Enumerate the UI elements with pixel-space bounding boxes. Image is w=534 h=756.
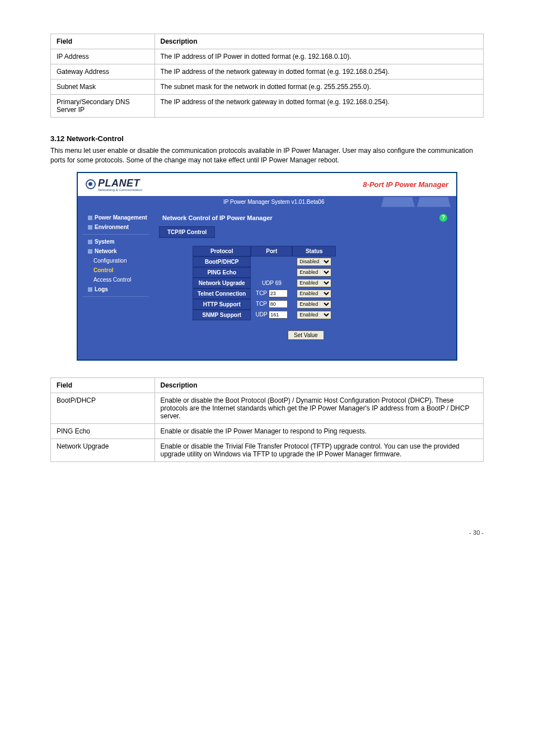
field-cell: Gateway Address: [51, 64, 155, 80]
protocol-http: HTTP Support: [193, 299, 251, 310]
status-select-snmp[interactable]: Enabled: [297, 311, 331, 319]
top-tabbar: IP Power Manager System v1.01.Beta06: [78, 196, 456, 208]
table-row: PING Echo Enabled: [193, 267, 336, 278]
col-protocol: Protocol: [193, 246, 251, 256]
panel-title: Network Control of IP Power Manager: [162, 214, 273, 221]
table2-header-field: Field: [51, 377, 155, 393]
status-select-upgrade[interactable]: Enabled: [297, 279, 331, 287]
sidebar-item-power-management[interactable]: Power Management: [78, 213, 153, 222]
bullet-icon: [88, 216, 92, 220]
table-row: Telnet Connection TCP Enabled: [193, 288, 336, 299]
field-description-table-1: Field Description IP Address The IP addr…: [50, 34, 484, 118]
bullet-icon: [88, 287, 92, 292]
port-label: TCP: [256, 290, 267, 296]
desc-cell: The IP address of IP Power in dotted for…: [154, 49, 483, 64]
sidebar-item-network[interactable]: Network: [78, 246, 153, 256]
status-select-ping[interactable]: Enabled: [297, 268, 331, 277]
desc-cell: Enable or disable the IP Power Manager t…: [154, 423, 483, 438]
port-label: UDP 69: [262, 280, 282, 286]
col-status: Status: [292, 246, 336, 256]
field-cell: Primary/Secondary DNS Server IP: [51, 95, 155, 118]
table-row: Network Upgrade UDP 69 Enabled: [193, 278, 336, 288]
table1-header-field: Field: [51, 34, 155, 49]
field-description-table-2: Field Description BootP/DHCP Enable or d…: [50, 377, 484, 462]
field-cell: BootP/DHCP: [51, 393, 155, 423]
tab-placeholder[interactable]: [381, 197, 415, 207]
bullet-icon: [88, 249, 92, 254]
subtab-tcpip-control[interactable]: TCP/IP Control: [159, 226, 215, 238]
tab-placeholder[interactable]: [417, 197, 451, 207]
logo-subtext: Networking & Communication: [98, 188, 142, 192]
sidebar-separator: [82, 296, 149, 297]
desc-cell: Enable or disable the Trivial File Trans…: [154, 438, 483, 461]
bullet-icon: [88, 225, 92, 230]
table-row: IP Address The IP address of IP Power in…: [51, 49, 484, 64]
desc-cell: The IP address of the network gateway in…: [154, 95, 483, 118]
logo-icon: [86, 179, 96, 189]
port-input-telnet[interactable]: [269, 290, 288, 297]
protocol-snmp: SNMP Support: [193, 310, 251, 320]
set-value-button[interactable]: Set Value: [288, 330, 324, 340]
product-title: 8-Port IP Power Manager: [363, 180, 448, 189]
logo: PLANET Networking & Communication: [86, 178, 142, 192]
table-row: SNMP Support UDP Enabled: [193, 310, 336, 320]
sidebar-separator: [82, 234, 149, 235]
app-screenshot: PLANET Networking & Communication 8-Port…: [77, 172, 457, 361]
protocol-telnet: Telnet Connection: [193, 288, 251, 299]
section-heading: 3.12 Network-Control: [50, 134, 484, 143]
sidebar-item-system[interactable]: System: [78, 237, 153, 246]
sidebar-item-control[interactable]: Control: [78, 265, 153, 275]
field-cell: IP Address: [51, 49, 155, 64]
app-header: PLANET Networking & Communication 8-Port…: [78, 173, 456, 196]
table-row: Primary/Secondary DNS Server IP The IP a…: [51, 95, 484, 118]
field-cell: Subnet Mask: [51, 80, 155, 95]
table2-header-desc: Description: [154, 377, 483, 393]
status-select-telnet[interactable]: Enabled: [297, 290, 331, 298]
table-row: PING Echo Enable or disable the IP Power…: [51, 423, 484, 438]
desc-cell: The subnet mask for the network in dotte…: [154, 80, 483, 95]
field-cell: Network Upgrade: [51, 438, 155, 461]
table1-header-desc: Description: [154, 34, 483, 49]
table-row: Network Upgrade Enable or disable the Tr…: [51, 438, 484, 461]
protocol-table: Protocol Port Status BootP/DHCP Disabled…: [193, 246, 336, 320]
bullet-icon: [88, 240, 92, 244]
field-cell: PING Echo: [51, 423, 155, 438]
table-row: HTTP Support TCP Enabled: [193, 299, 336, 310]
port-label: UDP: [255, 311, 267, 318]
col-port: Port: [251, 246, 292, 256]
desc-cell: Enable or disable the Boot Protocol (Boo…: [154, 393, 483, 423]
version-text: IP Power Manager System v1.01.Beta06: [83, 199, 324, 205]
help-icon[interactable]: ?: [439, 214, 447, 222]
section-description: This menu let user enable or disable the…: [50, 146, 484, 165]
port-label: TCP: [256, 301, 267, 307]
protocol-bootp-dhcp: BootP/DHCP: [193, 256, 251, 267]
desc-cell: The IP address of the network gateway in…: [154, 64, 483, 80]
table-row: BootP/DHCP Enable or disable the Boot Pr…: [51, 393, 484, 423]
sidebar-item-configuration[interactable]: Configuration: [78, 256, 153, 265]
sidebar: Power Management Environment System Netw…: [78, 208, 153, 360]
status-select-http[interactable]: Enabled: [297, 300, 331, 309]
logo-text: PLANET: [98, 178, 142, 189]
port-input-snmp[interactable]: [269, 311, 288, 319]
sidebar-item-logs[interactable]: Logs: [78, 284, 153, 294]
content-panel: Network Control of IP Power Manager ? TC…: [153, 208, 456, 360]
sidebar-item-environment[interactable]: Environment: [78, 222, 153, 232]
port-input-http[interactable]: [269, 300, 288, 308]
table-row: BootP/DHCP Disabled: [193, 256, 336, 267]
protocol-ping-echo: PING Echo: [193, 267, 251, 278]
page-number: - 30 -: [50, 529, 484, 536]
table-row: Subnet Mask The subnet mask for the netw…: [51, 80, 484, 95]
protocol-network-upgrade: Network Upgrade: [193, 278, 251, 288]
sidebar-item-access-control[interactable]: Access Control: [78, 275, 153, 284]
status-select-bootp[interactable]: Disabled: [297, 258, 331, 266]
table-row: Gateway Address The IP address of the ne…: [51, 64, 484, 80]
